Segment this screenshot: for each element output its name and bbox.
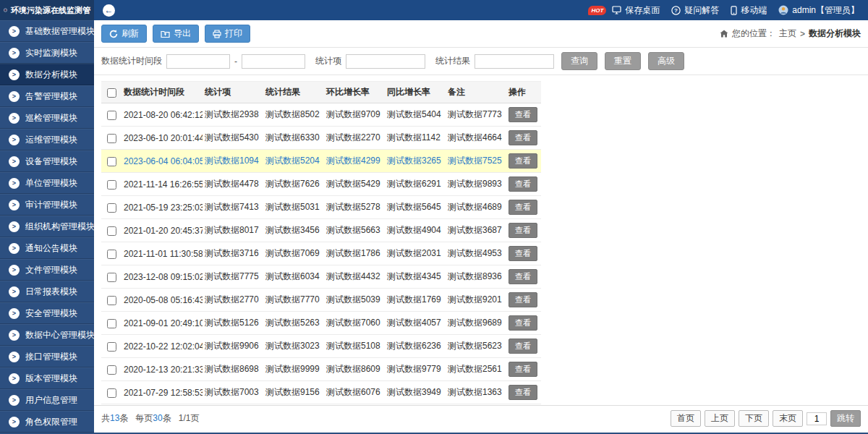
time-from-input[interactable]	[166, 54, 230, 69]
row-checkbox[interactable]	[107, 226, 116, 236]
cell-time: 2021-05-19 23:25:03	[122, 196, 203, 219]
breadcrumb-home[interactable]: 主页	[779, 27, 796, 40]
column-header: 环比增长率	[324, 82, 385, 103]
sidebar-item[interactable]: >设备管理模块	[0, 150, 94, 172]
row-checkbox[interactable]	[107, 134, 116, 143]
sidebar-item[interactable]: >日常报表模块	[0, 281, 94, 302]
view-button[interactable]: 查看	[509, 200, 537, 215]
sidebar-item[interactable]: >实时监测模块	[0, 42, 94, 64]
view-button[interactable]: 查看	[509, 223, 537, 238]
row-checkbox[interactable]	[107, 273, 116, 282]
page-nav-button[interactable]: 下页	[739, 410, 769, 427]
cell-stat-item: 测试数据5126	[203, 312, 263, 335]
stat-item-input[interactable]	[346, 54, 425, 69]
row-checkbox[interactable]	[107, 180, 116, 190]
cell-time: 2021-11-14 16:26:55	[122, 173, 203, 196]
cell-stat-item: 测试数据7003	[203, 381, 263, 404]
view-button[interactable]: 查看	[509, 269, 537, 284]
user-menu[interactable]: admin【管理员】	[778, 4, 859, 17]
sidebar-item[interactable]: >用户信息管理	[0, 389, 94, 411]
jump-page-input[interactable]	[807, 412, 827, 425]
sidebar-item[interactable]: >单位管理模块	[0, 172, 94, 194]
row-checkbox[interactable]	[107, 388, 116, 398]
pagination-summary: 共13条 每页30条 1/1页	[101, 412, 199, 425]
sidebar-item[interactable]: >数据中心管理模块	[0, 324, 94, 346]
sidebar-item[interactable]: >运维管理模块	[0, 129, 94, 150]
sidebar-item[interactable]: >组织机构管理模块	[0, 216, 94, 237]
question-icon: ?	[671, 6, 681, 15]
sidebar-item[interactable]: >通知公告模块	[0, 237, 94, 259]
view-button[interactable]: 查看	[509, 362, 537, 377]
page-nav-button[interactable]: 首页	[671, 410, 701, 427]
cell-mom-rate: 测试数据2270	[324, 127, 385, 150]
jump-button[interactable]: 跳转	[830, 410, 861, 427]
cell-time: 2020-12-13 20:21:33	[122, 358, 203, 381]
sidebar-item[interactable]: >角色权限管理	[0, 411, 94, 433]
mobile-button[interactable]: 移动端	[731, 4, 767, 17]
column-header: 统计结果	[263, 82, 324, 103]
page-indicator: 1/1页	[179, 412, 200, 425]
export-label: 导出	[174, 27, 191, 40]
view-button[interactable]: 查看	[509, 176, 537, 192]
view-button[interactable]: 查看	[509, 292, 537, 307]
sidebar-item-label: 实时监测模块	[25, 47, 77, 59]
sidebar-item[interactable]: >告警管理模块	[0, 85, 94, 107]
view-button[interactable]: 查看	[509, 107, 537, 122]
save-desktop-button[interactable]: 保存桌面	[612, 4, 660, 17]
row-checkbox[interactable]	[107, 319, 116, 328]
row-checkbox[interactable]	[107, 250, 116, 259]
row-checkbox[interactable]	[107, 203, 116, 213]
view-button[interactable]: 查看	[509, 153, 537, 169]
cell-yoy-rate: 测试数据3265	[385, 150, 446, 173]
page-nav-button[interactable]: 上页	[705, 410, 735, 427]
sidebar-item[interactable]: >审计管理模块	[0, 194, 94, 216]
advanced-button[interactable]: 高级	[648, 52, 684, 70]
row-checkbox[interactable]	[107, 365, 116, 375]
chevron-circle-icon: >	[9, 221, 20, 232]
pagination-bar: 共13条 每页30条 1/1页 首页上页下页末页 跳转	[94, 405, 868, 431]
back-arrow-icon[interactable]: ←	[103, 4, 115, 17]
cell-stat-item: 测试数据7413	[203, 196, 263, 219]
sidebar-item[interactable]: >接口管理模块	[0, 346, 94, 367]
sidebar-item-label: 审计管理模块	[25, 199, 77, 211]
view-button[interactable]: 查看	[509, 315, 537, 331]
breadcrumb: 您的位置： 主页 > 数据分析模块	[720, 27, 861, 40]
help-button[interactable]: ? 疑问解答	[671, 4, 719, 17]
page-nav-button[interactable]: 末页	[773, 410, 803, 427]
sidebar-item[interactable]: >文件管理模块	[0, 259, 94, 281]
sidebar-item[interactable]: >基础数据管理模块	[0, 20, 94, 42]
view-button[interactable]: 查看	[509, 385, 537, 400]
sidebar-item[interactable]: >版本管理模块	[0, 367, 94, 389]
save-desktop-label: 保存桌面	[625, 4, 660, 17]
cell-stat-item: 测试数据9906	[203, 335, 263, 358]
row-checkbox[interactable]	[107, 342, 116, 352]
cell-time: 2021-11-01 11:30:58	[122, 242, 203, 265]
cell-stat-result: 测试数据7626	[263, 173, 324, 196]
time-to-input[interactable]	[242, 54, 305, 69]
export-button[interactable]: 导出	[153, 25, 199, 43]
sidebar-item-label: 数据中心管理模块	[25, 329, 95, 341]
row-checkbox[interactable]	[107, 157, 116, 166]
view-button[interactable]: 查看	[509, 246, 537, 261]
query-button[interactable]: 查询	[561, 52, 597, 70]
stat-result-input[interactable]	[475, 54, 554, 69]
cell-yoy-rate: 测试数据6291	[385, 173, 446, 196]
select-all-checkbox[interactable]	[107, 88, 116, 98]
view-button[interactable]: 查看	[509, 339, 537, 354]
print-button[interactable]: 打印	[205, 25, 250, 43]
view-button[interactable]: 查看	[509, 130, 537, 145]
row-checkbox[interactable]	[107, 296, 116, 305]
sidebar-item[interactable]: >安全管理模块	[0, 302, 94, 324]
table-row: 2021-01-20 20:45:37测试数据8017测试数据3456测试数据5…	[101, 219, 541, 242]
chevron-circle-icon: >	[9, 135, 20, 145]
refresh-button[interactable]: 刷新	[101, 25, 147, 43]
cell-time: 2023-12-08 09:15:02	[122, 265, 203, 289]
reset-button[interactable]: 重置	[605, 52, 641, 70]
stat-result-label: 统计结果	[435, 55, 470, 67]
hot-badge: HOT	[588, 6, 606, 15]
sidebar-item-label: 版本管理模块	[25, 373, 77, 385]
data-table: 数据统计时间段统计项统计结果环比增长率同比增长率备注操作 2021-08-20 …	[101, 81, 541, 404]
row-checkbox[interactable]	[107, 111, 116, 120]
sidebar-item[interactable]: >巡检管理模块	[0, 107, 94, 129]
sidebar-item[interactable]: >数据分析模块	[0, 64, 94, 85]
